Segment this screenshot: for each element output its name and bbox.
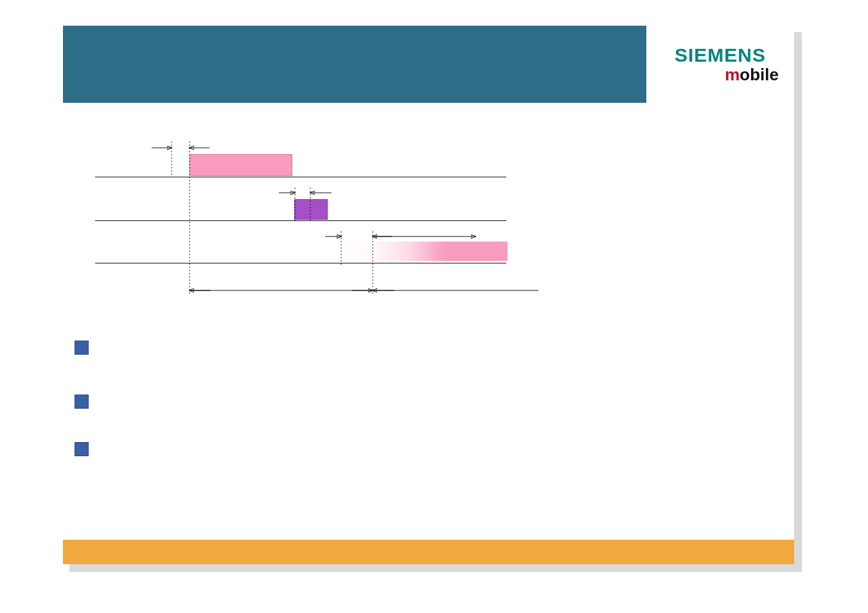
brand-sub: mobile <box>725 65 779 85</box>
bullet-square-1 <box>75 341 89 355</box>
footer-bar <box>63 540 794 564</box>
bullet-square-2 <box>75 395 89 409</box>
slide: SIEMENS mobile <box>63 26 794 564</box>
content-area <box>63 103 794 540</box>
logo-block: SIEMENS mobile <box>646 26 794 103</box>
page: SIEMENS mobile <box>0 0 868 613</box>
brand-sub-m: m <box>725 65 740 84</box>
bullet-square-3 <box>75 442 89 456</box>
brand-name: SIEMENS <box>675 44 766 66</box>
header-bar <box>63 26 646 103</box>
timeline-overlay <box>95 129 545 334</box>
brand-sub-rest: obile <box>740 65 779 84</box>
